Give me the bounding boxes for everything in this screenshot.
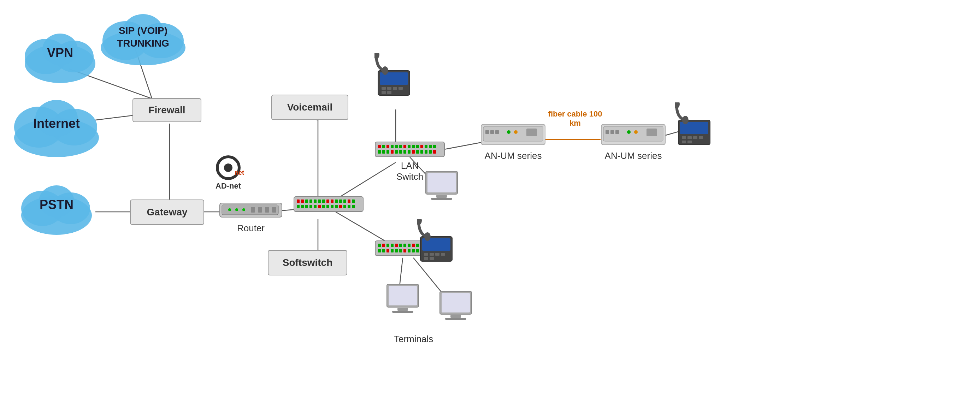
svg-rect-185 [398, 308, 408, 311]
adnet-circle: net [216, 155, 240, 180]
svg-rect-162 [646, 129, 657, 136]
svg-rect-190 [445, 318, 466, 320]
svg-rect-109 [395, 244, 398, 247]
svg-rect-146 [431, 198, 452, 200]
svg-point-171 [675, 102, 680, 108]
adnet-net-text: net [235, 169, 244, 176]
cloud-pstn: PSTN [14, 170, 99, 240]
voicemail-label: Voicemail [287, 102, 333, 113]
svg-rect-96 [403, 150, 406, 154]
svg-rect-169 [682, 140, 686, 143]
svg-rect-64 [309, 205, 312, 208]
pstn-label: PSTN [40, 197, 73, 212]
svg-rect-78 [387, 145, 389, 148]
svg-rect-84 [412, 145, 415, 148]
diagram-container: VPN Internet PSTN SIP (VOIP) TRUNKING [0, 0, 980, 399]
svg-rect-87 [425, 145, 428, 148]
svg-point-152 [507, 130, 511, 134]
svg-rect-50 [309, 199, 312, 203]
svg-rect-126 [408, 249, 410, 253]
svg-rect-74 [352, 205, 355, 208]
cloud-vpn: VPN [18, 17, 102, 88]
svg-rect-102 [429, 150, 432, 154]
svg-rect-170 [687, 140, 692, 143]
svg-rect-179 [424, 257, 428, 260]
svg-rect-59 [348, 199, 350, 203]
box-voicemail: Voicemail [271, 95, 348, 120]
svg-rect-73 [348, 205, 350, 208]
svg-rect-86 [420, 145, 423, 148]
svg-rect-46 [294, 197, 363, 211]
svg-rect-101 [425, 150, 428, 154]
gateway-label: Gateway [146, 207, 187, 218]
svg-rect-166 [687, 136, 692, 139]
svg-rect-167 [693, 136, 697, 139]
svg-rect-80 [395, 145, 398, 148]
svg-rect-79 [391, 145, 393, 148]
svg-rect-65 [314, 205, 317, 208]
adnet-label: AD-net [215, 181, 241, 191]
svg-rect-58 [344, 199, 346, 203]
internet-label: Internet [33, 116, 80, 131]
svg-rect-43 [258, 207, 262, 213]
svg-point-41 [242, 208, 245, 211]
svg-rect-100 [420, 150, 423, 154]
svg-rect-45 [272, 207, 276, 213]
svg-rect-124 [399, 249, 402, 253]
svg-rect-63 [305, 205, 308, 208]
svg-point-172 [682, 116, 689, 124]
svg-rect-119 [378, 249, 381, 253]
device-phone-lower [417, 219, 456, 265]
svg-rect-61 [297, 205, 299, 208]
svg-rect-66 [318, 205, 321, 208]
svg-rect-103 [433, 150, 436, 154]
svg-rect-98 [412, 150, 415, 154]
svg-rect-67 [322, 205, 325, 208]
adnet-inner [224, 164, 232, 172]
box-firewall: Firewall [132, 98, 201, 122]
svg-rect-97 [408, 150, 410, 154]
svg-rect-139 [382, 91, 386, 94]
svg-point-161 [634, 130, 638, 134]
svg-rect-136 [387, 87, 391, 90]
svg-rect-184 [388, 286, 417, 305]
svg-rect-52 [318, 199, 321, 203]
svg-rect-89 [433, 145, 436, 148]
svg-rect-157 [606, 130, 609, 134]
svg-rect-94 [395, 150, 398, 154]
svg-rect-60 [352, 199, 355, 203]
svg-rect-49 [305, 199, 308, 203]
vpn-label: VPN [47, 46, 73, 60]
device-router: Router [219, 201, 283, 234]
svg-rect-68 [326, 205, 329, 208]
svg-rect-105 [378, 244, 381, 247]
svg-rect-44 [265, 207, 269, 213]
svg-rect-77 [382, 145, 385, 148]
svg-rect-138 [398, 87, 403, 90]
svg-rect-90 [378, 150, 381, 154]
svg-point-40 [235, 208, 238, 211]
svg-rect-75 [375, 142, 444, 157]
svg-rect-165 [682, 136, 686, 139]
svg-point-39 [228, 208, 231, 211]
svg-rect-107 [387, 244, 389, 247]
device-computer-lan [424, 170, 459, 205]
an-um-left-label: AN-UM series [485, 150, 542, 161]
svg-rect-72 [344, 205, 346, 208]
svg-rect-95 [399, 150, 402, 154]
svg-rect-145 [436, 195, 447, 198]
svg-rect-158 [611, 130, 614, 134]
svg-rect-48 [301, 199, 304, 203]
svg-rect-151 [495, 130, 499, 134]
svg-rect-62 [301, 205, 304, 208]
svg-rect-188 [442, 293, 470, 313]
svg-rect-81 [399, 145, 402, 148]
sip-label: SIP (VOIP) TRUNKING [92, 24, 194, 50]
svg-rect-123 [395, 249, 398, 253]
svg-rect-85 [416, 145, 419, 148]
svg-point-182 [424, 232, 431, 241]
svg-point-153 [514, 130, 517, 134]
svg-rect-149 [485, 130, 489, 134]
svg-rect-76 [378, 145, 381, 148]
svg-point-141 [374, 53, 379, 59]
